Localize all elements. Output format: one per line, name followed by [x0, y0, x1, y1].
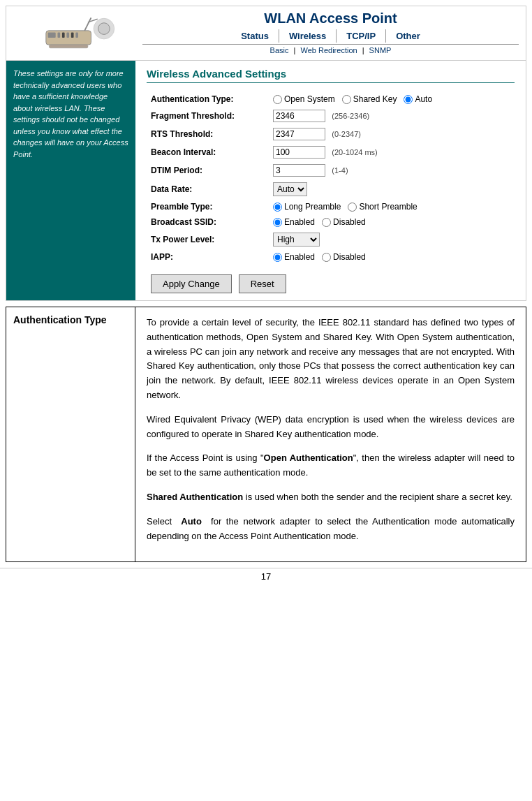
iapp-disabled[interactable]: Disabled — [322, 252, 366, 262]
datarate-select[interactable]: Auto 1 2 5.5 11 54 — [273, 182, 307, 196]
preamble-short[interactable]: Short Preamble — [348, 202, 417, 212]
iapp-row: IAPP: Enabled Disabled — [147, 249, 515, 265]
bssid-disabled[interactable]: Disabled — [322, 217, 366, 227]
subnav-webredirection[interactable]: Web Redirection — [301, 46, 357, 54]
subnav-basic[interactable]: Basic — [270, 46, 289, 54]
iapp-enabled[interactable]: Enabled — [273, 252, 315, 262]
datarate-label: Data Rate: — [147, 179, 269, 199]
iapp-radio-group: Enabled Disabled — [273, 252, 510, 262]
preamble-short-radio[interactable] — [348, 203, 357, 212]
reset-button[interactable]: Reset — [239, 274, 286, 293]
bssid-label: Broadcast SSID: — [147, 214, 269, 230]
main-content: Wireless Advanced Settings Authenticatio… — [135, 61, 526, 300]
fragment-input[interactable] — [273, 110, 325, 122]
router-icon — [36, 13, 120, 54]
datarate-row: Data Rate: Auto 1 2 5.5 11 54 — [147, 179, 515, 199]
beacon-label: Beacon Interval: — [147, 143, 269, 161]
dtim-input[interactable] — [273, 164, 325, 177]
preamble-label: Preamble Type: — [147, 199, 269, 214]
svg-rect-5 — [71, 32, 73, 37]
beacon-hint: (20-1024 ms) — [332, 148, 377, 156]
doc-sidebar-label: Authentication Type — [13, 314, 107, 325]
beacon-row: Beacon Interval: (20-1024 ms) — [147, 143, 515, 161]
section-title: Wireless Advanced Settings — [147, 68, 515, 83]
doc-para-1: To provide a certain level of security, … — [147, 316, 515, 403]
preamble-value-cell: Long Preamble Short Preamble — [269, 199, 515, 214]
doc-para-4: Shared Authentication is used when both … — [147, 490, 515, 505]
doc-para-5: Select Auto for the network adapter to s… — [147, 515, 515, 544]
doc-sidebar: Authentication Type — [6, 307, 135, 561]
iapp-enabled-label: Enabled — [284, 252, 315, 262]
txpower-label: Tx Power Level: — [147, 230, 269, 249]
bssid-disabled-radio[interactable] — [322, 218, 331, 227]
preamble-row: Preamble Type: Long Preamble Short Pream… — [147, 199, 515, 214]
apply-change-button[interactable]: Apply Change — [151, 274, 232, 293]
bssid-enabled[interactable]: Enabled — [273, 217, 315, 227]
dtim-value-cell: (1-4) — [269, 161, 515, 179]
auth-radio-group: Open System Shared Key Auto — [273, 94, 510, 104]
fragment-row: Fragment Threshold: (256-2346) — [147, 107, 515, 125]
svg-line-7 — [84, 17, 91, 30]
preamble-radio-group: Long Preamble Short Preamble — [273, 202, 510, 212]
rts-value-cell: (0-2347) — [269, 125, 515, 143]
form-table: Authentication Type: Open System Shared … — [147, 91, 515, 265]
top-panel: WLAN Access Point Status Wireless TCP/IP… — [6, 6, 526, 301]
bssid-enabled-radio[interactable] — [273, 218, 282, 227]
preamble-long[interactable]: Long Preamble — [273, 202, 341, 212]
shared-auth-bold: Shared Authentication — [147, 492, 243, 502]
iapp-disabled-radio[interactable] — [322, 253, 331, 262]
fragment-hint: (256-2346) — [332, 112, 369, 120]
svg-rect-6 — [75, 32, 78, 37]
auto-bold: Auto — [181, 516, 202, 527]
beacon-value-cell: (20-1024 ms) — [269, 143, 515, 161]
nav-tabs: Status Wireless TCP/IP Other — [142, 29, 519, 45]
page-number: 17 — [0, 568, 532, 586]
open-auth-bold: Open Authentication — [264, 453, 353, 463]
iapp-enabled-radio[interactable] — [273, 253, 282, 262]
preamble-long-radio[interactable] — [273, 203, 282, 212]
subnav-snmp[interactable]: SNMP — [369, 46, 392, 54]
tab-other[interactable]: Other — [386, 29, 430, 43]
sidebar: These settings are only for more technic… — [6, 61, 135, 300]
rts-input[interactable] — [273, 128, 325, 140]
content-area: These settings are only for more technic… — [6, 61, 526, 300]
tab-wireless[interactable]: Wireless — [279, 29, 337, 43]
iapp-disabled-label: Disabled — [333, 252, 366, 262]
doc-area: Authentication Type To provide a certain… — [6, 307, 526, 562]
iapp-label: IAPP: — [147, 249, 269, 265]
svg-rect-4 — [66, 32, 69, 37]
svg-rect-1 — [47, 32, 55, 37]
tab-tcpip[interactable]: TCP/IP — [337, 29, 386, 43]
auth-open-system[interactable]: Open System — [273, 94, 335, 104]
auth-value: Open System Shared Key Auto — [269, 91, 515, 107]
svg-rect-3 — [61, 32, 64, 37]
dtim-row: DTIM Period: (1-4) — [147, 161, 515, 179]
preamble-short-label: Short Preamble — [359, 202, 417, 212]
logo-area — [13, 13, 142, 54]
preamble-long-label: Long Preamble — [284, 202, 341, 212]
auth-shared-key[interactable]: Shared Key — [342, 94, 397, 104]
tab-status[interactable]: Status — [231, 29, 279, 43]
doc-para-2: Wired Equivalent Privacy (WEP) data encr… — [147, 413, 515, 442]
beacon-input[interactable] — [273, 146, 325, 159]
page-title: WLAN Access Point — [142, 10, 519, 27]
auth-open-system-radio[interactable] — [273, 95, 282, 104]
bssid-enabled-label: Enabled — [284, 217, 315, 227]
auth-open-system-label: Open System — [284, 94, 335, 104]
sub-nav: Basic | Web Redirection | SNMP — [142, 45, 519, 56]
svg-rect-2 — [57, 32, 60, 37]
auth-auto-radio[interactable] — [404, 95, 413, 104]
bssid-radio-group: Enabled Disabled — [273, 217, 510, 227]
txpower-select[interactable]: High Medium Low — [273, 233, 320, 247]
auth-row: Authentication Type: Open System Shared … — [147, 91, 515, 107]
auth-label: Authentication Type: — [147, 91, 269, 107]
txpower-row: Tx Power Level: High Medium Low — [147, 230, 515, 249]
auth-shared-key-label: Shared Key — [353, 94, 397, 104]
auth-auto[interactable]: Auto — [404, 94, 432, 104]
auth-auto-label: Auto — [415, 94, 432, 104]
bssid-disabled-label: Disabled — [333, 217, 366, 227]
auth-shared-key-radio[interactable] — [342, 95, 351, 104]
rts-hint: (0-2347) — [332, 130, 361, 138]
datarate-value-cell: Auto 1 2 5.5 11 54 — [269, 179, 515, 199]
fragment-value-cell: (256-2346) — [269, 107, 515, 125]
